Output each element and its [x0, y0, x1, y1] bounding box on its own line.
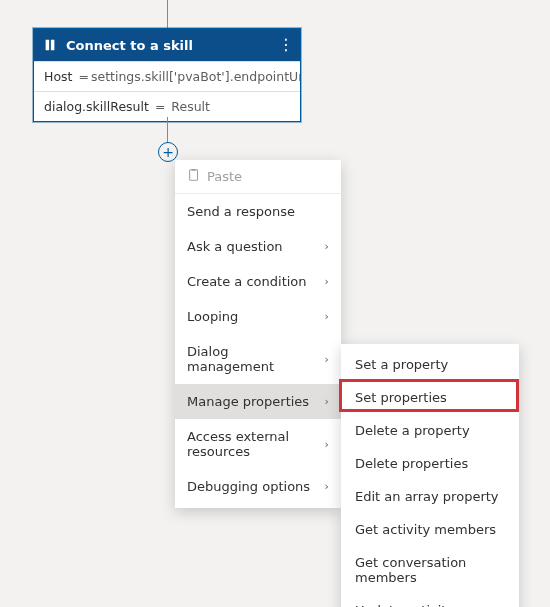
- menu-item-label: Create a condition: [187, 274, 307, 289]
- submenu-item-delete-a-property[interactable]: Delete a property: [341, 414, 519, 447]
- add-action-button[interactable]: +: [158, 142, 178, 162]
- chevron-right-icon: ›: [325, 275, 329, 288]
- menu-item-dialog-management[interactable]: Dialog management›: [175, 334, 341, 384]
- submenu-list: Set a propertySet propertiesDelete a pro…: [341, 348, 519, 607]
- submenu-item-get-activity-members[interactable]: Get activity members: [341, 513, 519, 546]
- chevron-right-icon: ›: [325, 480, 329, 493]
- submenu-item-update-activity[interactable]: Update activity: [341, 594, 519, 607]
- menu-item-label: Dialog management: [187, 344, 319, 374]
- menu-item-send-a-response[interactable]: Send a response: [175, 194, 341, 229]
- submenu-item-set-properties[interactable]: Set properties: [341, 381, 519, 414]
- svg-rect-2: [190, 170, 198, 181]
- submenu-item-get-conversation-members[interactable]: Get conversation members: [341, 546, 519, 594]
- menu-item-label: Debugging options: [187, 479, 310, 494]
- skill-card[interactable]: Connect to a skill ⋮ Host =settings.skil…: [33, 28, 301, 122]
- chevron-right-icon: ›: [325, 438, 329, 451]
- submenu-item-label: Set a property: [355, 357, 448, 372]
- submenu-item-label: Get activity members: [355, 522, 496, 537]
- context-menu: Paste Send a responseAsk a question›Crea…: [175, 160, 341, 508]
- paste-icon: [187, 168, 201, 185]
- menu-item-looping[interactable]: Looping›: [175, 299, 341, 334]
- menu-item-label: Looping: [187, 309, 238, 324]
- menu-item-label: Manage properties: [187, 394, 309, 409]
- submenu-item-label: Set properties: [355, 390, 447, 405]
- skill-icon: [42, 37, 58, 53]
- host-label: Host: [44, 69, 72, 84]
- paste-item: Paste: [175, 160, 341, 194]
- submenu-item-label: Edit an array property: [355, 489, 499, 504]
- svg-rect-3: [191, 169, 195, 171]
- menu-item-label: Access external resources: [187, 429, 319, 459]
- eq-sign: =: [78, 69, 88, 84]
- eq-sign-2: =: [155, 99, 165, 114]
- host-value: settings.skill['pvaBot'].endpointUrl: [91, 69, 300, 84]
- menu-item-ask-a-question[interactable]: Ask a question›: [175, 229, 341, 264]
- paste-label: Paste: [207, 169, 242, 184]
- skill-card-header[interactable]: Connect to a skill ⋮: [34, 29, 300, 61]
- submenu-item-label: Delete properties: [355, 456, 468, 471]
- chevron-right-icon: ›: [325, 240, 329, 253]
- submenu-item-edit-an-array-property[interactable]: Edit an array property: [341, 480, 519, 513]
- menu-list: Send a responseAsk a question›Create a c…: [175, 194, 341, 504]
- flow-line-out: [167, 117, 168, 143]
- menu-item-create-a-condition[interactable]: Create a condition›: [175, 264, 341, 299]
- submenu-item-set-a-property[interactable]: Set a property: [341, 348, 519, 381]
- skill-card-title: Connect to a skill: [66, 38, 278, 53]
- plus-icon: +: [162, 145, 174, 159]
- chevron-right-icon: ›: [325, 353, 329, 366]
- menu-item-label: Send a response: [187, 204, 295, 219]
- card-more-icon[interactable]: ⋮: [278, 37, 292, 53]
- submenu-item-delete-properties[interactable]: Delete properties: [341, 447, 519, 480]
- menu-item-label: Ask a question: [187, 239, 283, 254]
- submenu-item-label: Get conversation members: [355, 555, 505, 585]
- submenu-manage-properties: Set a propertySet propertiesDelete a pro…: [341, 344, 519, 607]
- menu-item-access-external-resources[interactable]: Access external resources›: [175, 419, 341, 469]
- card-row-host[interactable]: Host =settings.skill['pvaBot'].endpointU…: [34, 61, 300, 91]
- flow-line-in: [167, 0, 168, 28]
- result-value: Result: [171, 99, 210, 114]
- submenu-item-label: Update activity: [355, 603, 454, 607]
- menu-item-manage-properties[interactable]: Manage properties›: [175, 384, 341, 419]
- svg-rect-0: [46, 40, 50, 51]
- submenu-item-label: Delete a property: [355, 423, 470, 438]
- result-label: dialog.skillResult: [44, 99, 149, 114]
- chevron-right-icon: ›: [325, 395, 329, 408]
- svg-rect-1: [51, 40, 55, 51]
- menu-item-debugging-options[interactable]: Debugging options›: [175, 469, 341, 504]
- chevron-right-icon: ›: [325, 310, 329, 323]
